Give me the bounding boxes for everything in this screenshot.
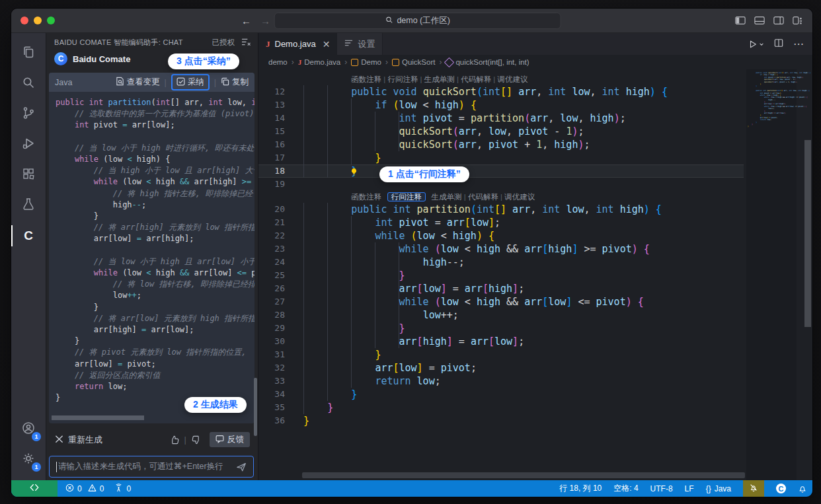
codelens-action[interactable]: 代码解释 bbox=[468, 193, 498, 201]
more-actions-icon[interactable]: ⋯ bbox=[793, 38, 804, 50]
editor-hscrollbar[interactable] bbox=[302, 472, 745, 478]
indentation[interactable]: 空格: 4 bbox=[613, 483, 638, 494]
language-mode[interactable]: {}Java bbox=[706, 484, 731, 493]
line-number: 13 bbox=[258, 98, 285, 112]
ports-indicator[interactable]: 0 bbox=[114, 484, 131, 494]
chat-code-line: // 将 pivot 元素放到 low 指针所指的位置, bbox=[56, 347, 254, 358]
tab-demo-java[interactable]: J Demo.java ✕ bbox=[258, 33, 337, 55]
sidebar-item-testing[interactable] bbox=[11, 190, 46, 221]
codelens-action[interactable]: 生成单测 bbox=[424, 75, 455, 83]
codelens-action[interactable]: 生成单测 bbox=[432, 193, 462, 201]
toggle-panel-icon[interactable] bbox=[754, 16, 765, 25]
customize-layout-icon[interactable] bbox=[793, 16, 803, 25]
beaker-icon bbox=[20, 196, 36, 215]
authorized-status[interactable]: 已授权 bbox=[212, 38, 235, 48]
breadcrumb-folder[interactable]: demo bbox=[268, 58, 288, 66]
editor-line: 30 arr[high] = arr[low]; bbox=[258, 335, 744, 348]
sidebar-item-explorer[interactable] bbox=[11, 38, 46, 69]
remote-indicator[interactable] bbox=[11, 480, 58, 497]
sidebar-item-run-debug[interactable] bbox=[11, 129, 46, 160]
nav-forward-icon[interactable]: → bbox=[260, 15, 270, 26]
codelens-separator: | bbox=[455, 75, 461, 83]
editor-line: 21 int pivot = arr[low]; bbox=[258, 216, 744, 229]
problems-indicator[interactable]: 0 0 bbox=[65, 484, 104, 494]
toggle-sidebar-icon[interactable] bbox=[735, 16, 746, 25]
editor-vscrollbar[interactable] bbox=[803, 69, 812, 480]
java-file-icon: J bbox=[298, 58, 302, 66]
codelens-action[interactable]: 行间注释 bbox=[387, 192, 426, 201]
chat-code-line: arr[low] = pivot; bbox=[56, 359, 254, 370]
encoding[interactable]: UTF-8 bbox=[650, 484, 673, 493]
accounts-button[interactable]: 1 bbox=[11, 414, 46, 445]
cursor-position[interactable]: 行 18, 列 10 bbox=[559, 483, 602, 494]
tab-settings[interactable]: 设置 bbox=[337, 33, 383, 55]
eol-sequence[interactable]: LF bbox=[685, 484, 694, 493]
minimap[interactable]: public void quickSort(int[] arr, int low… bbox=[746, 69, 797, 480]
zoom-window-button[interactable] bbox=[47, 17, 55, 24]
thumbs-down-icon[interactable] bbox=[191, 435, 202, 445]
codelens-action[interactable]: 行间注释 bbox=[387, 75, 418, 83]
minimize-window-button[interactable] bbox=[34, 17, 42, 24]
line-number: 34 bbox=[258, 388, 285, 401]
notifications-bell-icon[interactable] bbox=[798, 484, 807, 493]
checkbox-icon bbox=[176, 77, 185, 88]
line-number: 29 bbox=[258, 322, 285, 335]
breadcrumb-file[interactable]: JDemo.java bbox=[298, 58, 340, 66]
settings-button[interactable]: 1 bbox=[11, 445, 46, 475]
editor-line: 35 } bbox=[258, 401, 744, 414]
method-icon bbox=[444, 57, 455, 67]
comate-quota-indicator[interactable] bbox=[743, 480, 764, 497]
sidebar-item-extensions[interactable] bbox=[11, 160, 46, 190]
line-number: 30 bbox=[258, 335, 285, 348]
chat-input[interactable]: 请输入描述来生成代码，可通过⌘+Enter换行 bbox=[49, 456, 254, 478]
line-number: 19 bbox=[258, 178, 285, 191]
line-number: 27 bbox=[258, 295, 285, 308]
clear-chat-icon[interactable] bbox=[241, 38, 251, 48]
chat-code-line: high--; bbox=[56, 199, 254, 211]
breadcrumb-method[interactable]: quickSort(int[], int, int) bbox=[446, 58, 529, 66]
codelens-separator: | bbox=[418, 75, 424, 83]
nav-back-icon[interactable]: ← bbox=[241, 15, 251, 26]
code-block-hscrollbar[interactable] bbox=[52, 415, 144, 420]
thumbs-up-icon[interactable] bbox=[169, 435, 180, 445]
codelens-row: 函数注释 行间注释 生成单测 | 代码解释 | 调优建议 bbox=[258, 191, 744, 203]
view-changes-button[interactable]: 查看变更 bbox=[116, 77, 160, 88]
layout-controls bbox=[735, 16, 803, 25]
regenerate-button[interactable]: 重新生成 bbox=[54, 434, 102, 446]
toggle-secondary-sidebar-icon[interactable] bbox=[773, 16, 784, 25]
run-button[interactable] bbox=[748, 40, 764, 49]
annotation-step2: 2 生成结果 bbox=[184, 397, 247, 413]
codelens-action[interactable]: 代码解释 bbox=[461, 75, 491, 83]
accounts-badge: 1 bbox=[32, 432, 41, 441]
settings-badge: 1 bbox=[32, 462, 41, 472]
send-icon[interactable] bbox=[236, 462, 247, 472]
sidebar-item-baidu-comate[interactable]: C bbox=[11, 221, 46, 251]
comate-status-icon[interactable]: C bbox=[776, 484, 786, 493]
split-editor-icon[interactable] bbox=[774, 38, 783, 50]
feedback-button[interactable]: 反馈 bbox=[210, 432, 250, 447]
chat-code-line: arr[high] = arr[low]; bbox=[56, 324, 254, 336]
breadcrumb-class-quicksort[interactable]: QuickSort bbox=[392, 58, 436, 66]
text-caret bbox=[56, 462, 57, 472]
codelens-action[interactable]: 调优建议 bbox=[498, 75, 528, 83]
codelens-action[interactable]: 函数注释 bbox=[351, 193, 381, 201]
close-tab-icon[interactable]: ✕ bbox=[323, 39, 331, 50]
scrollbar-thumb[interactable] bbox=[804, 140, 811, 327]
code-editor[interactable]: 函数注释 | 行间注释 | 生成单测 | 代码解释 | 调优建议12 publi… bbox=[258, 69, 812, 480]
chat-code-line: // 将 low 指针右移, 即排除掉已经排 bbox=[56, 279, 254, 290]
line-number: 20 bbox=[258, 203, 285, 216]
command-center-search[interactable]: demo (工作区) bbox=[274, 13, 561, 29]
close-window-button[interactable] bbox=[20, 17, 28, 24]
codelens-action[interactable]: 函数注释 bbox=[351, 75, 381, 83]
chat-code-line: } bbox=[56, 302, 254, 313]
copy-button[interactable]: 复制 bbox=[221, 77, 249, 88]
source-control-icon bbox=[20, 105, 36, 124]
line-number: 35 bbox=[258, 401, 285, 414]
panel-scrollbar[interactable] bbox=[254, 378, 257, 436]
sidebar-item-source-control[interactable] bbox=[11, 99, 46, 129]
line-number: 25 bbox=[258, 269, 285, 282]
accept-button[interactable]: 采纳 bbox=[171, 74, 210, 90]
sidebar-item-search[interactable] bbox=[11, 69, 46, 99]
breadcrumb-class-demo[interactable]: Demo bbox=[351, 58, 381, 66]
codelens-action[interactable]: 调优建议 bbox=[504, 193, 535, 201]
